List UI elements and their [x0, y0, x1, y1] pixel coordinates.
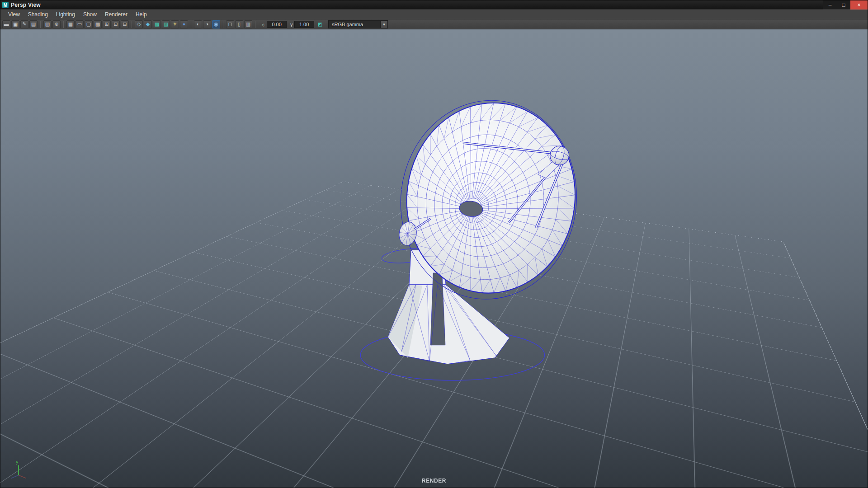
maya-app-icon: M: [2, 2, 9, 8]
shaded-icon[interactable]: ◆: [144, 20, 152, 28]
wireframe-icon[interactable]: ◇: [135, 20, 143, 28]
title-bar[interactable]: M Persp View – □ ×: [0, 0, 868, 9]
xray-joints-icon[interactable]: ▥: [244, 20, 252, 28]
axis-indicator: y: [11, 459, 26, 479]
grid-icon[interactable]: ▦: [66, 20, 75, 28]
maximize-button[interactable]: □: [837, 0, 850, 9]
checker-shading-icon[interactable]: ▨: [162, 20, 170, 28]
toolbar-separator: [255, 21, 255, 28]
safe-action-icon[interactable]: ⊡: [112, 20, 120, 28]
gamma-icon[interactable]: γ: [290, 22, 293, 27]
menu-bar: View Shading Lighting Show Renderer Help: [0, 9, 868, 19]
menu-show[interactable]: Show: [79, 10, 101, 19]
bookmarks-icon[interactable]: ▤: [29, 20, 38, 28]
close-button[interactable]: ×: [850, 0, 868, 9]
motion-blur-icon[interactable]: ◑: [203, 20, 211, 28]
resolution-gate-icon[interactable]: ▢: [85, 20, 93, 28]
chevron-down-icon[interactable]: ▾: [380, 21, 387, 28]
exposure-input[interactable]: [267, 21, 287, 28]
isolate-select-icon[interactable]: ◻: [226, 20, 234, 28]
window-title: Persp View: [11, 2, 41, 8]
ambient-occlusion-icon[interactable]: ◐: [194, 20, 202, 28]
camera-name-label: RENDER: [0, 478, 868, 484]
use-all-lights-icon[interactable]: ☀: [171, 20, 179, 28]
toolbar-separator: [223, 21, 223, 28]
menu-help[interactable]: Help: [132, 10, 151, 19]
color-management-icon[interactable]: ◩: [318, 21, 322, 27]
image-plane-icon[interactable]: ▧: [43, 20, 52, 28]
select-camera-icon[interactable]: ▬: [2, 20, 10, 28]
axis-y-label: y: [16, 459, 19, 465]
menu-view[interactable]: View: [4, 10, 24, 19]
2d-pan-zoom-icon[interactable]: ⊕: [52, 20, 61, 28]
field-chart-icon[interactable]: ⊞: [103, 20, 111, 28]
multisample-aa-icon[interactable]: ◉: [212, 20, 220, 28]
gate-mask-icon[interactable]: ▩: [94, 20, 102, 28]
toolbar-icon-strip: ▬▣✎▤▧⊕▦▭▢▩⊞⊡⊟◇◆▩▨☀●◐◑◉◻▯▥: [2, 20, 257, 28]
menu-renderer[interactable]: Renderer: [101, 10, 132, 19]
minimize-button[interactable]: –: [823, 0, 837, 9]
shadows-icon[interactable]: ●: [180, 20, 188, 28]
view-transform-select[interactable]: sRGB gamma ▾: [328, 20, 388, 28]
persp-view-window: M Persp View – □ × View Shading Lighting…: [0, 0, 868, 488]
toolbar-separator: [40, 21, 41, 28]
film-gate-icon[interactable]: ▭: [75, 20, 84, 28]
xray-icon[interactable]: ▯: [235, 20, 243, 28]
menu-lighting[interactable]: Lighting: [52, 10, 79, 19]
safe-title-icon[interactable]: ⊟: [121, 20, 129, 28]
menu-shading[interactable]: Shading: [24, 10, 52, 19]
scene-canvas[interactable]: y: [0, 29, 868, 488]
toolbar-separator: [63, 21, 64, 28]
camera-attributes-icon[interactable]: ✎: [20, 20, 28, 28]
perspective-viewport[interactable]: y RENDER: [0, 29, 868, 488]
gamma-input[interactable]: [294, 21, 314, 28]
lock-camera-icon[interactable]: ▣: [11, 20, 19, 28]
textured-icon[interactable]: ▩: [153, 20, 161, 28]
toolbar-separator: [191, 21, 191, 28]
viewport-toolbar: ▬▣✎▤▧⊕▦▭▢▩⊞⊡⊟◇◆▩▨☀●◐◑◉◻▯▥ ☼ γ ◩ sRGB gam…: [0, 19, 868, 29]
view-transform-value: sRGB gamma: [329, 21, 380, 28]
toolbar-separator: [132, 21, 132, 28]
exposure-icon[interactable]: ☼: [261, 22, 265, 27]
window-controls: – □ ×: [823, 0, 868, 9]
